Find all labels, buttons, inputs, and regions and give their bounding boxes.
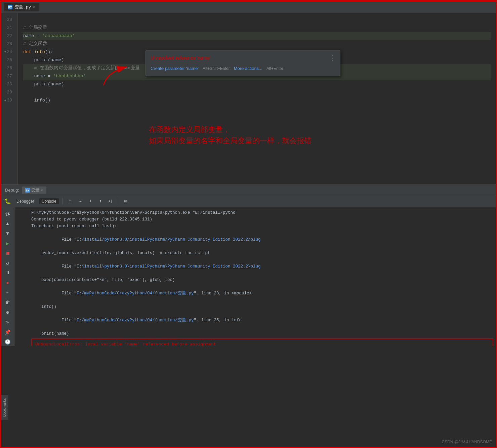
watermark: CSDN @JH&&HANDSOME — [442, 440, 492, 444]
pin-button[interactable]: 📌 — [3, 328, 12, 336]
traceback-link-4[interactable]: F:/myPythonCode/CrazyPython/04/function/… — [77, 318, 194, 323]
more-actions-link[interactable]: More actions... — [234, 65, 262, 73]
bookmarks-sidebar-label[interactable]: Bookmarks — [1, 395, 8, 420]
error-box: UnboundLocalError: local variable 'name'… — [31, 338, 493, 346]
debug-file-tab-label: 变量 — [31, 187, 39, 193]
traceback-link-1[interactable]: E:/install/python3.8/installPycharm/PyCh… — [77, 237, 261, 242]
red-circle-button[interactable]: ● — [3, 279, 12, 287]
tab-debugger[interactable]: Debugger — [14, 198, 37, 204]
pause-button[interactable]: ⏸ — [3, 269, 12, 277]
console-line-11: print(name) — [31, 330, 493, 337]
debug-label: Debug: — [5, 188, 19, 193]
console-tab-label: Console — [42, 199, 56, 204]
debugger-tab-label: Debugger — [16, 199, 34, 204]
tab-close-button[interactable]: ✕ — [33, 5, 35, 9]
annotation-arrow — [98, 62, 142, 89]
tab-bar: py 变量.py ✕ — [1, 1, 496, 13]
down-button[interactable]: ▼ — [3, 230, 12, 238]
stop-button[interactable]: ⏹ — [3, 249, 12, 257]
gear-button[interactable]: ⚙ — [3, 309, 12, 316]
tab-variables-py[interactable]: py 变量.py ✕ — [4, 3, 39, 11]
code-line-21: # 全局变量 — [23, 24, 491, 32]
rerun-button[interactable]: ↺ — [3, 259, 12, 267]
traceback-link-3[interactable]: F:/myPythonCode/CrazyPython/04/function/… — [77, 291, 194, 296]
edit-button[interactable]: ✏ — [3, 289, 12, 296]
debug-file-icon: py — [25, 188, 30, 193]
settings-button[interactable] — [3, 210, 12, 218]
unresolved-reference-tooltip: Unresolved reference 'name' ⋮ Create par… — [146, 50, 340, 76]
console-line-1: F:\myPythonCode\CrazyPython\04\function\… — [31, 209, 493, 216]
left-debug-toolbar: ▲ ▼ ▶ ⏹ ↺ ⏸ ● ✏ 🗑 ⚙ » 📌 🕐 — [1, 207, 14, 346]
tooltip-actions: Create parameter 'name' Alt+Shift+Enter … — [151, 65, 335, 73]
console-line-10: File "F:/myPythonCode/CrazyPython/04/fun… — [31, 310, 493, 330]
svg-point-2 — [6, 212, 10, 216]
up-button[interactable]: ▲ — [3, 220, 12, 228]
code-content-area[interactable]: # 全局变量 name = 'aaaaaaaaaa' # 定义函数 def in… — [18, 13, 496, 185]
console-line-7: exec(compile(contents+"\n", file, 'exec'… — [31, 277, 493, 283]
code-editor: 20 21 22 23 ▼24 25 26 27 28 29 ▲30 # 全局变… — [1, 13, 496, 185]
debug-bug-button[interactable]: 🐛 — [4, 197, 12, 205]
tab-label: 变量.py — [14, 4, 31, 10]
console-line-6: File "E:\install\python3.8\installPychar… — [31, 256, 493, 277]
step-out-button[interactable]: ⬆ — [96, 197, 105, 205]
debug-inner-toolbar: 🐛 Debugger Console ≡ ⇢ ⬇ ⬆ ✗| ⊞ — [1, 195, 496, 207]
create-parameter-action[interactable]: Create parameter 'name' — [151, 65, 199, 73]
more-actions-shortcut: Alt+Enter — [266, 65, 283, 73]
console-line-2: Connected to pydev debugger (build 222.3… — [31, 216, 493, 223]
console-line-9: info() — [31, 303, 493, 310]
debug-panel: Debug: py 变量 ✕ 🐛 Debugger Console ≡ ⇢ — [1, 185, 496, 346]
step-into-button[interactable]: ⬇ — [86, 197, 94, 205]
tooltip-more-icon[interactable]: ⋮ — [329, 54, 335, 62]
run-button[interactable]: ▶ — [3, 240, 12, 247]
debug-tab-bar: Debug: py 变量 ✕ — [1, 185, 496, 195]
tooltip-title: Unresolved reference 'name' ⋮ — [151, 54, 335, 62]
console-line-8: File "F:/myPythonCode/CrazyPython/04/fun… — [31, 283, 493, 303]
svg-point-1 — [7, 213, 9, 215]
annotation-text: 在函数内定义局部变量， 如果局部变量的名字和全局变量的一样，就会报错 — [149, 124, 312, 146]
trash-button[interactable]: 🗑 — [3, 299, 12, 307]
code-line-22: name = 'aaaaaaaaaa' — [23, 32, 491, 40]
format-button[interactable]: ≡ — [66, 197, 74, 205]
console-output: F:\myPythonCode\CrazyPython\04\function\… — [14, 207, 496, 346]
create-param-shortcut: Alt+Shift+Enter — [203, 65, 230, 73]
step-over-button[interactable]: ⇢ — [76, 197, 84, 205]
mute-button[interactable]: ✗| — [107, 197, 115, 205]
python-file-icon: py — [8, 5, 12, 9]
tab-console[interactable]: Console — [39, 198, 59, 204]
code-line-30: info() — [23, 96, 491, 105]
code-line-29 — [23, 88, 491, 96]
code-line-20 — [23, 16, 491, 24]
expand-button[interactable]: » — [3, 318, 12, 326]
clock-button[interactable]: 🕐 — [3, 338, 12, 346]
console-line-5: pydev_imports.execfile(file, globals, lo… — [31, 250, 493, 256]
debug-tab-close[interactable]: ✕ — [41, 188, 43, 192]
code-line-23: # 定义函数 — [23, 40, 491, 48]
traceback-link-2[interactable]: E:\install\python3.8\installPycharm\PyCh… — [77, 264, 261, 269]
console-line-3: Traceback (most recent call last): — [31, 223, 493, 230]
code-line-28: print (name) — [23, 80, 491, 88]
line-numbers: 20 21 22 23 ▼24 25 26 27 28 29 ▲30 — [1, 13, 18, 185]
table-button[interactable]: ⊞ — [122, 197, 130, 205]
debug-file-tab[interactable]: py 变量 ✕ — [22, 187, 46, 194]
console-line-4: File "E:/install/python3.8/installPychar… — [31, 230, 493, 250]
